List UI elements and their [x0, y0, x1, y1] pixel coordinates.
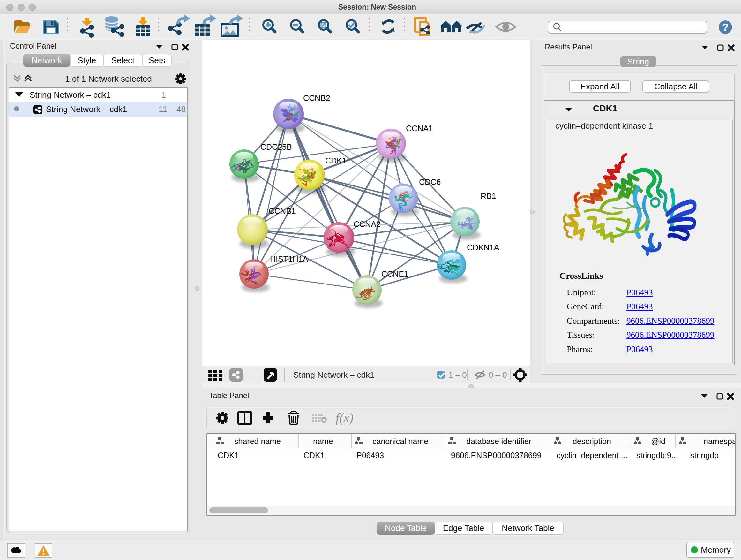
- svg-text:shared name: shared name: [234, 437, 281, 446]
- svg-text:CCNA1: CCNA1: [406, 124, 433, 133]
- svg-text:CDC25B: CDC25B: [260, 142, 292, 151]
- svg-text:CCNB1: CCNB1: [269, 206, 296, 215]
- svg-text:CDK1: CDK1: [325, 156, 347, 165]
- svg-text:CCNE1: CCNE1: [381, 269, 408, 278]
- svg-text:namespac: namespac: [704, 437, 735, 446]
- svg-text:CCNB2: CCNB2: [303, 94, 330, 103]
- svg-text:RB1: RB1: [481, 192, 496, 200]
- svg-text:CDC6: CDC6: [419, 178, 441, 186]
- svg-text:HIST1H1A: HIST1H1A: [270, 254, 308, 263]
- svg-text:?: ?: [722, 21, 729, 33]
- svg-text:1 – 0: 1 – 0: [448, 370, 467, 380]
- svg-text:String Network – cdk1: String Network – cdk1: [293, 370, 374, 380]
- svg-text:@id: @id: [651, 437, 665, 446]
- svg-text:canonical name: canonical name: [373, 437, 428, 446]
- svg-text:CDKN1A: CDKN1A: [467, 243, 499, 252]
- svg-text:f(x): f(x): [336, 411, 354, 425]
- svg-text:description: description: [572, 437, 611, 446]
- svg-text:name: name: [313, 437, 333, 446]
- svg-text:0 – 0: 0 – 0: [488, 370, 507, 380]
- svg-text:database identifier: database identifier: [466, 437, 531, 446]
- svg-text:CCNA2: CCNA2: [354, 220, 381, 229]
